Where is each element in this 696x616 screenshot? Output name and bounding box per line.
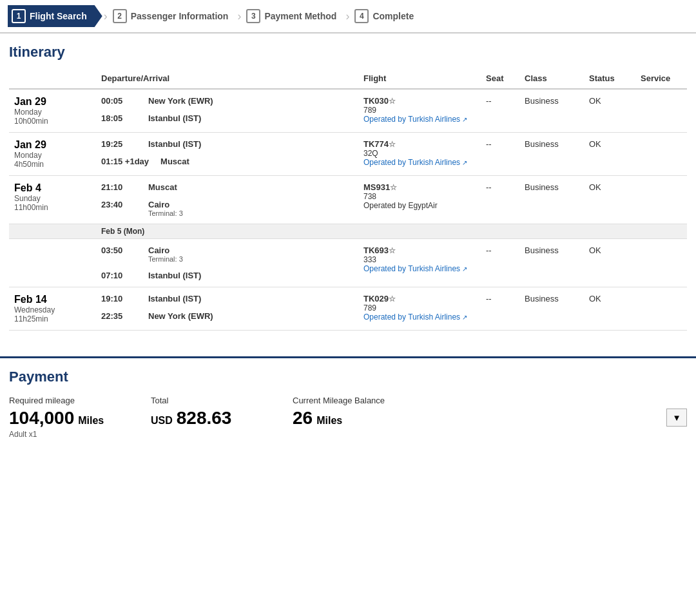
service-1: [635, 89, 687, 133]
flight-info-4: TK693☆ 333 Operated by Turkish Airlines …: [358, 239, 481, 287]
status-5: OK: [584, 287, 635, 331]
next-day-row: Feb 5 (Mon): [9, 224, 687, 239]
arr-time-4: 07:10: [101, 271, 137, 280]
flight-num-2: TK774☆: [363, 139, 476, 149]
col-header-class: Class: [519, 70, 584, 89]
flight-num-5: TK029☆: [363, 294, 476, 303]
aircraft-4: 333: [363, 255, 476, 264]
dep-arr-cell-5: 19:10 Istanbul (IST) 22:35 New York (EWR…: [96, 287, 358, 331]
arrow-3: ›: [345, 10, 349, 23]
total-label: Total: [151, 396, 293, 405]
date-duration-3: 11h00min: [14, 203, 91, 212]
step-3-label: Payment Method: [264, 11, 336, 21]
table-row: Jan 29 Monday 10h00min 00:05 New York (E…: [9, 89, 687, 133]
aircraft-5: 789: [363, 303, 476, 313]
col-header-status: Status: [584, 70, 635, 89]
flight-num-1: TK030☆: [363, 96, 476, 106]
dep-time-1: 00:05: [101, 96, 137, 106]
date-main-3: Feb 4: [14, 182, 91, 194]
flight-num-4: TK693☆: [363, 245, 476, 255]
operator-link-5[interactable]: Operated by Turkish Airlines ↗: [363, 313, 476, 322]
class-4: Business: [519, 239, 584, 287]
dep-arr-cell-3: 21:10 Muscat 23:40 Cairo Terminal: 3: [96, 176, 358, 224]
arr-terminal-3: Terminal: 3: [148, 209, 183, 217]
aircraft-2: 32Q: [363, 149, 476, 158]
date-cell-2: Jan 29 Monday 4h50min: [9, 133, 96, 176]
arrow-1: ›: [104, 10, 108, 23]
status-1: OK: [584, 89, 635, 133]
table-row: 03:50 Cairo Terminal: 3 07:10 Istanbul (…: [9, 239, 687, 287]
dep-time-2: 19:25: [101, 139, 137, 149]
service-3: [635, 176, 687, 224]
flight-info-2: TK774☆ 32Q Operated by Turkish Airlines …: [358, 133, 481, 176]
step-4[interactable]: 4 Complete: [351, 5, 421, 27]
mileage-col: Required mileage 104,000 Miles Adult x1: [9, 396, 151, 439]
col-header-departure-arrival: Departure/Arrival: [96, 70, 358, 89]
col-header-date: [9, 70, 96, 89]
step-1-label: Flight Search: [30, 11, 87, 21]
dep-arr-cell-4: 03:50 Cairo Terminal: 3 07:10 Istanbul (…: [96, 239, 358, 287]
arr-loc-2: Muscat: [160, 157, 189, 166]
service-4: [635, 239, 687, 287]
table-row: Jan 29 Monday 4h50min 19:25 Istanbul (IS…: [9, 133, 687, 176]
col-header-flight: Flight: [358, 70, 481, 89]
total-currency: USD: [151, 415, 173, 427]
arr-time-2: 01:15 +1day: [101, 157, 149, 166]
mileage-number: 104,000: [9, 408, 74, 428]
step-2[interactable]: 2 Passenger Information: [109, 5, 237, 27]
date-day-3: Sunday: [14, 194, 91, 203]
step-2-label: Passenger Information: [131, 11, 229, 21]
step-2-num: 2: [113, 9, 127, 23]
step-3[interactable]: 3 Payment Method: [242, 5, 344, 27]
balance-number: 26: [293, 408, 313, 428]
dep-arr-cell-2: 19:25 Istanbul (IST) 01:15 +1day Muscat: [96, 133, 358, 176]
status-2: OK: [584, 133, 635, 176]
total-col: Total USD 828.63: [151, 396, 293, 428]
total-number: 828.63: [177, 408, 232, 428]
seat-2: --: [481, 133, 519, 176]
payment-section: Payment Required mileage 104,000 Miles A…: [0, 358, 696, 452]
itinerary-table: Departure/Arrival Flight Seat Class Stat…: [9, 70, 687, 331]
dep-time-3: 21:10: [101, 182, 137, 192]
date-day-2: Monday: [14, 151, 91, 160]
step-1-num: 1: [12, 9, 26, 23]
dep-loc-4: Cairo: [148, 245, 169, 255]
payment-title: Payment: [9, 369, 687, 385]
seat-4: --: [481, 239, 519, 287]
operator-link-4[interactable]: Operated by Turkish Airlines ↗: [363, 264, 476, 273]
operator-link-1[interactable]: Operated by Turkish Airlines ↗: [363, 115, 476, 124]
arr-loc-4: Istanbul (IST): [148, 271, 201, 280]
flight-info-5: TK029☆ 789 Operated by Turkish Airlines …: [358, 287, 481, 331]
dep-terminal-4: Terminal: 3: [148, 255, 183, 263]
step-3-num: 3: [246, 9, 260, 23]
mileage-unit: Miles: [78, 415, 104, 427]
aircraft-3: 738: [363, 192, 476, 201]
date-cell-1: Jan 29 Monday 10h00min: [9, 89, 96, 133]
step-1[interactable]: 1 Flight Search: [8, 5, 102, 27]
col-header-seat: Seat: [481, 70, 519, 89]
payment-dropdown-button[interactable]: ▼: [666, 409, 687, 427]
balance-value: 26 Miles: [293, 408, 653, 428]
arrow-2: ›: [237, 10, 241, 23]
seat-3: --: [481, 176, 519, 224]
arr-time-5: 22:35: [101, 311, 137, 321]
next-day-label: Feb 5 (Mon): [96, 224, 687, 239]
class-2: Business: [519, 133, 584, 176]
arr-loc-3: Cairo: [148, 200, 169, 209]
mileage-label: Required mileage: [9, 396, 151, 405]
class-3: Business: [519, 176, 584, 224]
date-duration-2: 4h50min: [14, 160, 91, 169]
table-row: Feb 4 Sunday 11h00min 21:10 Muscat 23:40: [9, 176, 687, 224]
total-value: USD 828.63: [151, 408, 293, 428]
dep-loc-2: Istanbul (IST): [148, 139, 201, 149]
date-main-1: Jan 29: [14, 96, 91, 108]
aircraft-1: 789: [363, 106, 476, 115]
operator-link-2[interactable]: Operated by Turkish Airlines ↗: [363, 158, 476, 167]
status-4: OK: [584, 239, 635, 287]
dep-loc-1: New York (EWR): [148, 96, 213, 106]
seat-1: --: [481, 89, 519, 133]
status-3: OK: [584, 176, 635, 224]
dep-time-5: 19:10: [101, 294, 137, 303]
progress-bar: 1 Flight Search › 2 Passenger Informatio…: [0, 0, 696, 34]
operator-3: Operated by EgyptAir: [363, 201, 476, 210]
